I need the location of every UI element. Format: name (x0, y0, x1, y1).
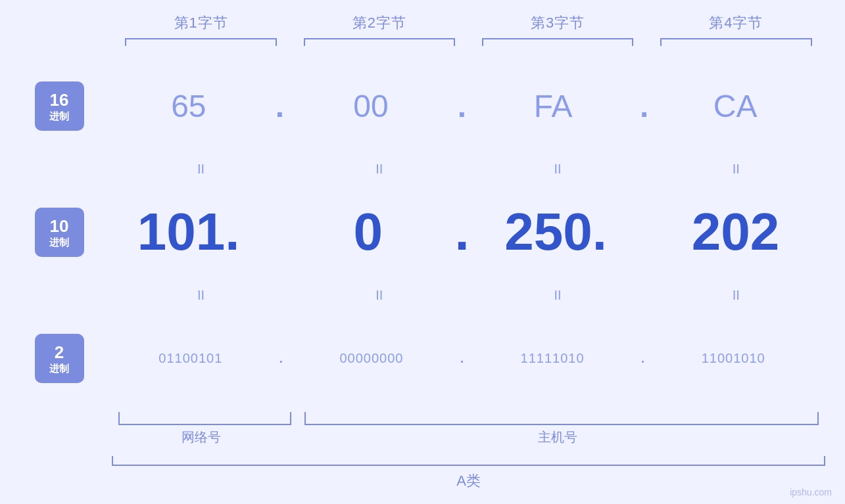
binary-badge: 2 进制 (35, 334, 84, 383)
decimal-val-3: 250. (504, 202, 607, 262)
hex-cell-4: CA (645, 88, 825, 124)
byte3-col: 第3字节 (469, 13, 647, 46)
binary-base-text: 进制 (49, 363, 69, 375)
decimal-cell-1: 101. (99, 202, 278, 262)
byte3-bracket-top (482, 38, 634, 46)
header-row: 第1字节 第2字节 第3字节 第4字节 (112, 13, 825, 46)
eq1-4: II (647, 162, 825, 177)
hex-label: 16 进制 (20, 81, 99, 131)
bracket-row (112, 412, 825, 425)
decimal-label: 10 进制 (20, 208, 99, 257)
eq1-3: II (469, 162, 647, 177)
decimal-base-text: 进制 (49, 237, 69, 248)
decimal-base-num: 10 (50, 216, 69, 237)
hex-row: 16 进制 65 . 00 . FA . CA (20, 53, 825, 159)
binary-cell-4: 11001010 (641, 351, 825, 366)
binary-val-2: 00000000 (339, 351, 403, 366)
binary-val-1: 01100101 (158, 351, 222, 366)
eq2-3: II (469, 288, 647, 303)
eq2-1: II (112, 288, 290, 303)
decimal-content: 101. 0 . 250. 202 (99, 202, 825, 262)
hex-val-1: 65 (171, 88, 206, 124)
binary-cell-3: 11111010 (460, 351, 644, 366)
eq2-4: II (647, 288, 825, 303)
decimal-cell-4: 202 (646, 202, 825, 262)
decimal-cell-2: 0 (278, 202, 458, 262)
byte1-bracket-top (125, 38, 277, 46)
hex-base-text: 进制 (49, 110, 69, 122)
binary-val-4: 11001010 (702, 351, 765, 366)
hex-cell-2: 00 (281, 88, 461, 124)
hex-cell-3: FA (463, 88, 643, 124)
class-label: A类 (112, 471, 825, 491)
decimal-val-4: 202 (692, 202, 779, 262)
byte1-col: 第1字节 (112, 13, 290, 46)
hex-val-3: FA (534, 88, 573, 124)
byte2-label: 第2字节 (352, 13, 406, 33)
bracket-net (118, 412, 291, 425)
network-label: 网络号 (112, 428, 290, 446)
hex-val-2: 00 (353, 88, 388, 124)
eq2-2: II (290, 288, 468, 303)
binary-base-num: 2 (55, 342, 64, 363)
byte4-bracket-top (660, 38, 812, 46)
eq1-2: II (290, 162, 468, 177)
binary-cell-1: 01100101 (99, 351, 283, 366)
big-bracket (112, 456, 825, 466)
hex-base-num: 16 (50, 90, 69, 110)
watermark: ipshu.com (790, 487, 832, 497)
hex-content: 65 . 00 . FA . CA (99, 88, 825, 124)
hex-cell-1: 65 (99, 88, 279, 124)
binary-cell-2: 00000000 (279, 351, 464, 366)
hex-val-4: CA (713, 88, 758, 124)
binary-row: 2 进制 01100101 . 00000000 . 11111010 . 11 (20, 306, 825, 412)
binary-content: 01100101 . 00000000 . 11111010 . 1100101… (99, 351, 825, 366)
byte3-label: 第3字节 (531, 13, 585, 33)
equals-row-2: II II II II (112, 286, 825, 306)
binary-val-3: 11111010 (521, 351, 585, 366)
byte2-bracket-top (304, 38, 456, 46)
decimal-val-1: 101. (137, 202, 240, 262)
byte4-col: 第4字节 (647, 13, 825, 46)
decimal-val-2: 0 (354, 202, 383, 262)
bracket-host (304, 412, 819, 425)
host-label: 主机号 (290, 428, 825, 446)
decimal-badge: 10 进制 (35, 208, 84, 257)
big-bracket-container (112, 456, 825, 466)
data-rows: 16 进制 65 . 00 . FA . CA (20, 53, 825, 412)
equals-row-1: II II II II (112, 159, 825, 179)
eq1-1: II (112, 162, 290, 177)
byte1-label: 第1字节 (174, 13, 228, 33)
byte4-label: 第4字节 (709, 13, 763, 33)
hex-badge: 16 进制 (35, 81, 84, 131)
decimal-cell-3: 250. (466, 202, 646, 262)
binary-label: 2 进制 (20, 334, 99, 383)
decimal-row: 10 进制 101. 0 . 250. 202 (20, 179, 825, 285)
sublabel-row: 网络号 主机号 (112, 428, 825, 446)
byte2-col: 第2字节 (290, 13, 468, 46)
bottom-section: 网络号 主机号 A类 (112, 412, 825, 491)
